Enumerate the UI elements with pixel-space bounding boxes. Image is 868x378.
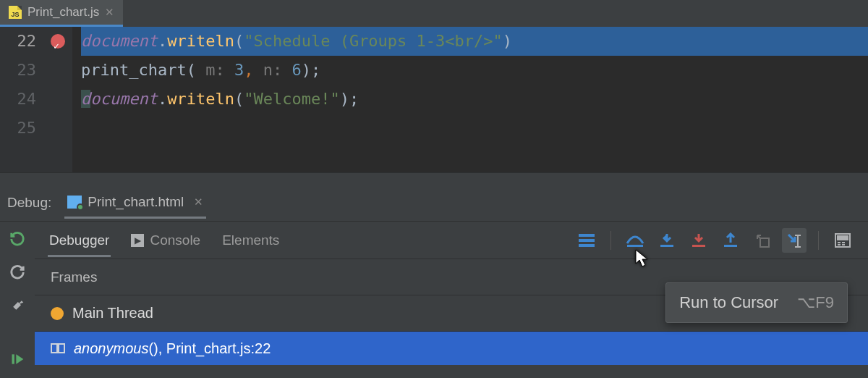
breakpoint-icon[interactable] <box>51 34 65 49</box>
debug-session-title: Print_chart.html <box>88 194 184 210</box>
drop-frame-button[interactable] <box>750 228 775 253</box>
threads-icon[interactable] <box>574 228 599 253</box>
editor-tab-bar: JS Print_chart.js ✕ <box>0 0 868 27</box>
code-line[interactable]: print_chart( m: 3, n: 6); <box>81 56 868 85</box>
tab-elements[interactable]: Elements <box>221 224 281 257</box>
debug-session-tab[interactable]: Print_chart.html ✕ <box>64 187 206 219</box>
debug-tabs: Debugger ▶ Console Elements <box>35 222 868 259</box>
html-file-icon <box>67 196 82 209</box>
svg-rect-9 <box>797 235 799 247</box>
line-number[interactable]: 25 <box>0 114 36 143</box>
editor-tab[interactable]: JS Print_chart.js ✕ <box>0 0 123 27</box>
frame-location: , Print_chart.js:22 <box>158 340 271 356</box>
thread-name: Main Thread <box>72 305 153 322</box>
code-line[interactable]: document.writeln("Schedule (Groups 1-3<b… <box>81 27 868 56</box>
tooltip-shortcut: ⌥F9 <box>797 293 834 311</box>
code-line[interactable] <box>81 114 868 143</box>
line-number[interactable]: 22 <box>0 27 36 56</box>
code-area[interactable]: document.writeln("Schedule (Groups 1-3<b… <box>72 27 868 172</box>
tab-debugger[interactable]: Debugger <box>48 224 111 257</box>
code-editor[interactable]: 22 23 24 25 document.writeln("Schedule (… <box>0 27 868 172</box>
tooltip: Run to Cursor ⌥F9 <box>665 282 848 323</box>
code-line[interactable]: document.writeln("Welcome!"); <box>81 85 868 114</box>
step-into-button[interactable] <box>655 228 679 253</box>
svg-rect-4 <box>627 245 643 247</box>
svg-rect-7 <box>724 245 737 247</box>
editor-gutter[interactable]: 22 23 24 25 <box>0 27 72 172</box>
resume-button[interactable] <box>7 349 27 369</box>
step-out-button[interactable] <box>718 228 743 253</box>
svg-rect-6 <box>692 245 705 247</box>
evaluate-expression-button[interactable] <box>830 228 855 253</box>
step-toolbar <box>574 228 855 253</box>
tab-console[interactable]: ▶ Console <box>129 224 202 257</box>
svg-rect-5 <box>660 245 673 247</box>
svg-rect-11 <box>795 246 801 248</box>
rerun-button[interactable] <box>7 229 27 249</box>
svg-rect-10 <box>795 235 801 236</box>
stack-frame[interactable]: anonymous(), Print_chart.js:22 <box>35 332 868 365</box>
svg-rect-8 <box>760 238 769 247</box>
svg-rect-1 <box>579 234 595 237</box>
thread-status-icon <box>51 307 64 320</box>
editor-tab-title: Print_chart.js <box>27 5 99 20</box>
console-icon: ▶ <box>131 234 144 247</box>
force-step-into-button[interactable] <box>686 228 711 253</box>
line-number[interactable]: 23 <box>0 56 36 85</box>
svg-rect-0 <box>12 354 14 364</box>
run-to-cursor-button[interactable] <box>782 228 807 253</box>
close-icon[interactable]: ✕ <box>105 6 114 19</box>
line-number[interactable]: 24 <box>0 85 36 114</box>
svg-rect-13 <box>838 236 848 240</box>
debug-label: Debug: <box>7 195 51 211</box>
settings-button[interactable] <box>7 295 27 316</box>
debug-panel-header: Debug: Print_chart.html ✕ <box>0 184 868 222</box>
debug-side-toolbar <box>0 222 35 378</box>
step-over-button[interactable] <box>623 228 647 253</box>
svg-rect-2 <box>579 239 595 242</box>
stack-frame-icon <box>51 343 65 353</box>
close-icon[interactable]: ✕ <box>194 196 203 209</box>
frame-function: anonymous <box>74 340 148 356</box>
svg-rect-3 <box>579 244 595 247</box>
update-button[interactable] <box>7 262 27 282</box>
tooltip-text: Run to Cursor <box>679 293 778 311</box>
panel-divider[interactable] <box>0 172 868 184</box>
js-file-icon: JS <box>9 6 22 19</box>
